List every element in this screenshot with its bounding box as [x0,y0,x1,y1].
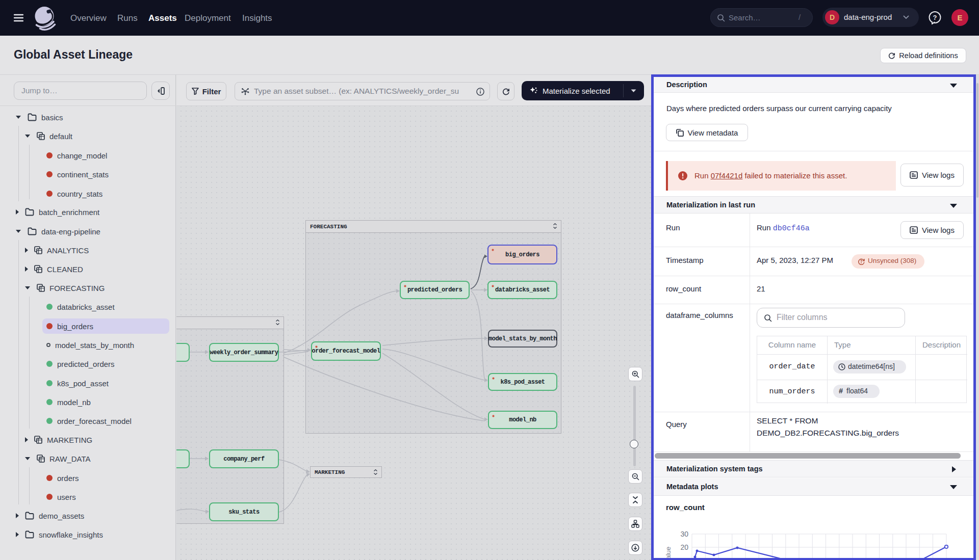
svg-text:Value: Value [664,547,672,558]
svg-text:?: ? [933,14,937,21]
svg-text:20: 20 [680,543,688,551]
svg-text:30: 30 [680,530,688,538]
